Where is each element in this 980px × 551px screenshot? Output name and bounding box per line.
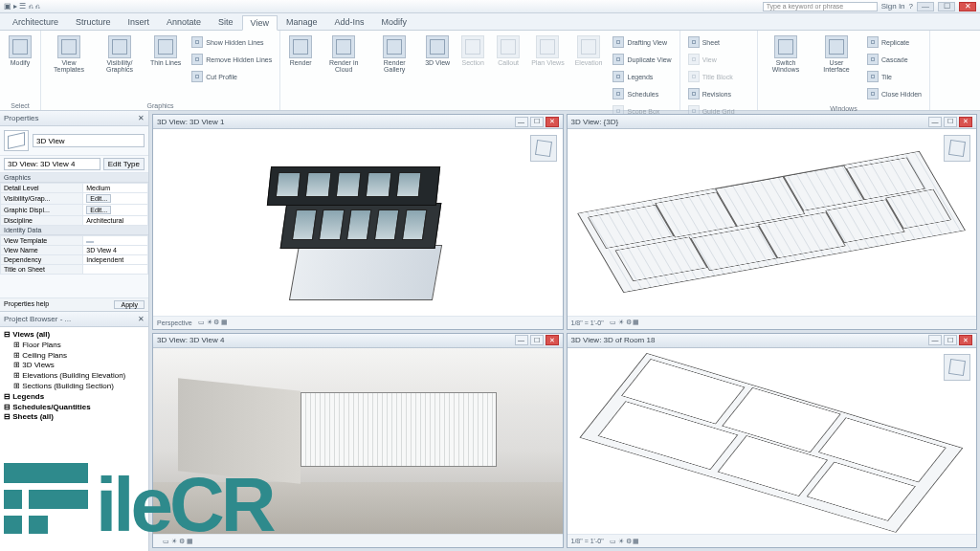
property-value[interactable]: Architectural bbox=[83, 216, 148, 226]
property-value[interactable]: Independent bbox=[83, 255, 148, 265]
view-scale[interactable]: 1/8" = 1'-0" bbox=[571, 320, 604, 326]
max-icon[interactable]: ☐ bbox=[530, 335, 544, 345]
tool-icon bbox=[867, 54, 879, 65]
property-value[interactable] bbox=[83, 265, 148, 275]
type-selector[interactable]: 3D View bbox=[33, 134, 145, 147]
help-icon[interactable]: ? bbox=[909, 2, 913, 11]
ribbon-tab-annotate[interactable]: Annotate bbox=[158, 14, 210, 30]
viewcube[interactable] bbox=[944, 354, 970, 381]
ribbon-button[interactable]: Schedules bbox=[609, 86, 675, 102]
ribbon-panel-select: ModifySelect bbox=[0, 31, 41, 110]
viewcube[interactable] bbox=[530, 135, 557, 162]
close-icon[interactable]: ✕ bbox=[546, 335, 559, 345]
tool-icon bbox=[191, 54, 203, 65]
ribbon-button[interactable]: View Templates bbox=[45, 33, 93, 101]
property-value[interactable]: Edit... bbox=[83, 193, 148, 205]
tree-item[interactable]: ⊞ Floor Plans bbox=[4, 341, 145, 351]
ribbon-panel-graphics: View TemplatesVisibility/ GraphicsThin L… bbox=[41, 31, 280, 110]
ribbon-button[interactable]: Legends bbox=[609, 69, 675, 85]
property-name: Graphic Displ... bbox=[1, 205, 83, 216]
ribbon-button[interactable]: Modify bbox=[4, 33, 36, 101]
close-icon[interactable]: ✕ bbox=[959, 335, 972, 345]
ribbon-tabs: ArchitectureStructureInsertAnnotateSiteV… bbox=[0, 13, 980, 31]
properties-help-link[interactable]: Properties help bbox=[4, 300, 49, 309]
max-icon[interactable]: ☐ bbox=[530, 117, 544, 127]
ribbon-button[interactable]: Sheet bbox=[684, 34, 753, 51]
browser-title: Project Browser - ... bbox=[4, 315, 71, 323]
watermark-logo-icon bbox=[4, 463, 88, 547]
property-value[interactable]: Medium bbox=[83, 184, 148, 193]
ribbon-button[interactable]: Tile bbox=[863, 69, 925, 85]
ribbon-panel-create: RenderRender in CloudRender Gallery3D Vi… bbox=[280, 31, 680, 110]
ribbon-button[interactable]: Remove Hidden Lines bbox=[188, 52, 276, 68]
ribbon-button[interactable]: Visibility/ Graphics bbox=[96, 33, 144, 101]
ribbon-tab-view[interactable]: View bbox=[242, 15, 278, 31]
min-icon[interactable]: — bbox=[515, 117, 528, 127]
tree-item[interactable]: ⊞ Elevations (Building Elevation) bbox=[4, 371, 145, 382]
view-scale[interactable]: Perspective bbox=[157, 320, 192, 326]
model-geometry bbox=[577, 151, 966, 293]
property-value[interactable]: 3D View 4 bbox=[83, 246, 148, 255]
ribbon-tab-site[interactable]: Site bbox=[210, 14, 242, 30]
tool-icon bbox=[9, 35, 32, 58]
ribbon-tab-addins[interactable]: Add-Ins bbox=[326, 14, 373, 30]
min-icon[interactable]: — bbox=[928, 117, 942, 127]
viewport-2[interactable]: 3D View: {3D} —☐✕ 1/8" = 1'- bbox=[567, 114, 978, 330]
instance-selector[interactable]: 3D View: 3D View 4 bbox=[4, 158, 100, 170]
tree-item[interactable]: ⊞ 3D Views bbox=[4, 361, 145, 371]
ribbon-button[interactable]: Show Hidden Lines bbox=[188, 34, 276, 51]
tree-item[interactable]: ⊟ Legends bbox=[4, 392, 145, 403]
max-icon[interactable]: ☐ bbox=[944, 117, 957, 127]
close-icon[interactable]: ✕ bbox=[138, 114, 145, 122]
viewport-4[interactable]: 3D View: 3D of Room 18 —☐✕ 1/8" = 1'-0"▭… bbox=[567, 333, 978, 549]
ribbon-tab-modify[interactable]: Modify bbox=[373, 14, 416, 30]
maximize-button[interactable]: ☐ bbox=[938, 2, 955, 11]
ribbon-button[interactable]: Switch Windows bbox=[762, 33, 810, 104]
watermark: ileCR bbox=[4, 461, 273, 549]
tree-item[interactable]: ⊞ Sections (Building Section) bbox=[4, 382, 145, 392]
property-name: Dependency bbox=[1, 255, 83, 265]
search-input[interactable]: Type a keyword or phrase bbox=[763, 2, 878, 11]
ribbon-tab-manage[interactable]: Manage bbox=[278, 14, 326, 30]
type-preview-icon bbox=[4, 130, 29, 151]
ribbon-tab-insert[interactable]: Insert bbox=[120, 14, 159, 30]
ribbon-button[interactable]: Cut Profile bbox=[188, 69, 276, 85]
minimize-button[interactable]: — bbox=[917, 2, 934, 11]
property-value[interactable] bbox=[83, 236, 148, 246]
ribbon: ModifySelectView TemplatesVisibility/ Gr… bbox=[0, 31, 980, 111]
tree-item[interactable]: ⊞ Ceiling Plans bbox=[4, 351, 145, 362]
tree-item[interactable]: ⊟ Sheets (all) bbox=[4, 412, 145, 423]
min-icon[interactable]: — bbox=[928, 335, 942, 345]
ribbon-tab-architecture[interactable]: Architecture bbox=[4, 14, 67, 30]
property-value[interactable]: Edit... bbox=[83, 205, 148, 216]
apply-button[interactable]: Apply bbox=[114, 300, 145, 309]
qat-icon: ▣ ▸ ☰ ⎌ ⎌ bbox=[4, 2, 40, 11]
tree-item[interactable]: ⊟ Views (all) bbox=[4, 330, 145, 341]
close-icon[interactable]: ✕ bbox=[546, 117, 559, 127]
ribbon-button[interactable]: Duplicate View bbox=[609, 52, 675, 68]
ribbon-button[interactable]: Close Hidden bbox=[863, 86, 925, 102]
edit-type-button[interactable]: Edit Type bbox=[103, 158, 145, 170]
close-button[interactable]: ✕ bbox=[959, 2, 976, 11]
ribbon-tab-structure[interactable]: Structure bbox=[67, 14, 120, 30]
ribbon-button[interactable]: Thin Lines bbox=[146, 33, 185, 101]
signin-link[interactable]: Sign In bbox=[881, 2, 905, 11]
ribbon-button[interactable]: Drafting View bbox=[609, 34, 675, 51]
tree-item[interactable]: ⊟ Schedules/Quantities bbox=[4, 403, 145, 413]
tool-icon bbox=[612, 88, 624, 99]
tool-icon bbox=[154, 35, 177, 58]
ribbon-button[interactable]: Replicate bbox=[863, 34, 925, 51]
view-scale[interactable]: 1/8" = 1'-0" bbox=[571, 538, 604, 544]
ribbon-button[interactable]: Cascade bbox=[863, 52, 925, 68]
close-icon[interactable]: ✕ bbox=[959, 117, 972, 127]
ribbon-button[interactable]: User Interface bbox=[813, 33, 860, 104]
max-icon[interactable]: ☐ bbox=[944, 335, 957, 345]
close-icon[interactable]: ✕ bbox=[138, 315, 145, 323]
viewcube[interactable] bbox=[944, 135, 970, 162]
tool-icon bbox=[688, 54, 700, 65]
min-icon[interactable]: — bbox=[515, 335, 528, 345]
ribbon-button[interactable]: Revisions bbox=[684, 86, 753, 102]
viewport-1[interactable]: 3D View: 3D View 1 —☐✕ bbox=[152, 114, 564, 330]
property-name: View Name bbox=[1, 246, 83, 255]
title-bar: ▣ ▸ ☰ ⎌ ⎌ Type a keyword or phrase Sign … bbox=[0, 0, 980, 13]
